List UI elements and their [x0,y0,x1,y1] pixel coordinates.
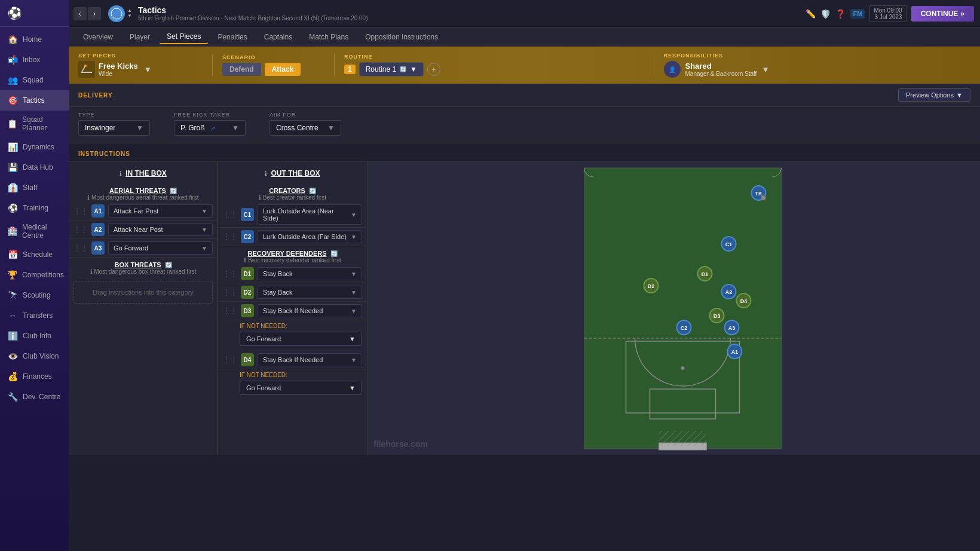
recovery-row-d2: ⋮⋮ D2 Stay Back ▼ [218,283,367,302]
drag-handle-a3[interactable]: ⋮⋮ [74,244,88,252]
sidebar-item-transfers[interactable]: ↔️ Transfers [0,305,69,326]
sidebar-item-training[interactable]: ⚽ Training [0,198,69,218]
type-field: TYPE Inswinger ▼ [78,112,150,136]
player-d4[interactable]: D4 [737,293,751,308]
sidebar-item-dev-centre[interactable]: 🔧 Dev. Centre [0,387,69,407]
schedule-icon: 📅 [7,249,18,260]
select-a3[interactable]: Go Forward ▼ [108,241,213,255]
aim-select[interactable]: Cross Centre ▼ [270,120,341,136]
if-not-needed-d4: IF NOT NEEDED: Go Forward ▼ [218,369,367,400]
player-a3[interactable]: A3 [725,320,739,335]
recovery-row-d1: ⋮⋮ D1 Stay Back ▼ [218,265,367,283]
subnav-match-plans[interactable]: Match Plans [302,30,356,44]
sidebar-item-competitions[interactable]: 🏆 Competitions [0,265,69,285]
select-c2[interactable]: Lurk Outside Area (Far Side) ▼ [258,230,362,243]
taker-value: P. Groß [180,124,204,132]
player-a2[interactable]: A2 [722,284,736,299]
sidebar-item-squad-planner[interactable]: 📋 Squad Planner [0,111,69,137]
subnav-captains[interactable]: Captains [257,30,299,44]
in-the-box-info-icon: ℹ [120,170,122,177]
player-tk[interactable]: TK [752,186,766,200]
preview-options-btn[interactable]: Preview Options ▼ [898,88,970,102]
drag-handle-c2[interactable]: ⋮⋮ [223,232,237,241]
select-a2[interactable]: Attack Near Post ▼ [108,223,213,236]
scenario-defend-btn[interactable]: Defend [222,63,261,76]
sidebar-item-finances[interactable]: 💰 Finances [0,366,69,387]
aim-value: Cross Centre [276,124,318,132]
player-a1[interactable]: A1 [728,344,742,359]
sidebar-item-dynamics[interactable]: 📊 Dynamics [0,137,69,157]
sidebar-item-tactics[interactable]: 🎯 Tactics [0,90,69,111]
if-not-select-d4[interactable]: Go Forward ▼ [240,381,362,395]
player-c2[interactable]: C2 [677,320,691,335]
edit-button[interactable]: ✏️ [806,9,816,19]
sidebar-item-squad[interactable]: 👥 Squad [0,70,69,90]
taker-select[interactable]: P. Groß ↗ ▼ [174,120,246,136]
subnav-set-pieces[interactable]: Set Pieces [160,30,208,44]
responsibilities-dropdown-btn[interactable]: ▼ [761,65,769,74]
aerial-threats-header: AERIAL THREATS 🔄 ℹ Most dangerous aerial… [69,183,218,202]
subnav-player[interactable]: Player [122,30,157,44]
club-up-arrow[interactable]: ▲ [127,8,132,13]
subnav-overview[interactable]: Overview [76,30,120,44]
sidebar-item-schedule[interactable]: 📅 Schedule [0,244,69,265]
sidebar-item-club-vision[interactable]: 👁️ Club Vision [0,346,69,366]
drag-handle-d1[interactable]: ⋮⋮ [223,270,237,278]
svg-text:D3: D3 [713,313,721,319]
drag-handle-a1[interactable]: ⋮⋮ [74,207,88,215]
responsibilities-label: RESPONSIBILITIES [664,53,971,59]
help-shield-button[interactable]: 🛡️ [820,9,831,19]
sidebar-item-inbox[interactable]: 📬 Inbox [0,50,69,70]
staff-icon: 👔 [7,182,18,193]
sidebar-item-data-hub[interactable]: 💾 Data Hub [0,157,69,177]
svg-point-3 [84,65,87,67]
sidebar-item-medical[interactable]: 🏥 Medical Centre [0,218,69,244]
drag-handle-d3[interactable]: ⋮⋮ [223,307,237,315]
drag-handle-a2[interactable]: ⋮⋮ [74,225,88,234]
player-c1[interactable]: C1 [722,237,736,251]
select-c1[interactable]: Lurk Outside Area (Near Side) ▼ [258,204,362,225]
sidebar-item-scouting[interactable]: 🔭 Scouting [0,285,69,305]
field-panel: TK C1 D1 D [368,162,980,455]
subnav: Overview Player Set Pieces Penalties Cap… [69,27,980,47]
out-the-box-title: OUT THE BOX [271,169,320,177]
routine-controls: 1 Routine 1 🔄 ▼ + [344,62,651,76]
drag-handle-d2[interactable]: ⋮⋮ [223,288,237,296]
sidebar-item-home[interactable]: 🏠 Home [0,29,69,50]
set-pieces-label: SET PIECES [78,53,210,59]
select-d4[interactable]: Stay Back If Needed ▼ [258,353,362,366]
select-d1[interactable]: Stay Back ▼ [258,267,362,280]
scenario-attack-btn[interactable]: Attack [265,63,301,76]
set-pieces-dropdown-btn[interactable]: ▼ [144,65,152,74]
select-d3[interactable]: Stay Back If Needed ▼ [258,304,362,317]
finances-icon: 💰 [7,371,18,382]
select-a1[interactable]: Attack Far Post ▼ [108,204,213,218]
subnav-opposition-instructions[interactable]: Opposition Instructions [358,30,445,44]
svg-rect-13 [659,431,707,446]
scouting-icon: 🔭 [7,290,18,301]
nav-back-button[interactable]: ‹ [74,7,87,20]
type-select[interactable]: Inswinger ▼ [78,120,150,136]
select-d2[interactable]: Stay Back ▼ [258,286,362,299]
club-down-arrow[interactable]: ▼ [127,14,132,19]
aim-label: AIM FOR [270,112,341,118]
sidebar-item-staff[interactable]: 👔 Staff [0,177,69,198]
nav-forward-button[interactable]: › [88,7,101,20]
topbar: ‹ › ▲ ▼ Tactics 5th in English Premier D… [69,0,980,27]
help-button[interactable]: ❓ [835,9,846,19]
sidebar-item-club-info[interactable]: ℹ️ Club Info [0,326,69,346]
player-d1[interactable]: D1 [698,267,712,281]
if-not-select-d3[interactable]: Go Forward ▼ [240,332,362,346]
responsibilities-shared: 👤 Shared Manager & Backroom Staff ▼ [664,61,971,78]
out-the-box-section: ℹ OUT THE BOX [218,162,367,183]
routine-select[interactable]: Routine 1 🔄 ▼ [359,62,424,76]
subnav-penalties[interactable]: Penalties [210,30,254,44]
player-d2[interactable]: D2 [644,278,659,293]
nav-arrows: ‹ › [69,7,106,20]
continue-button[interactable]: CONTINUE » [911,6,974,22]
responsibilities-info: Shared Manager & Backroom Staff [685,62,757,77]
player-d3[interactable]: D3 [710,308,724,323]
drag-handle-c1[interactable]: ⋮⋮ [223,210,237,219]
add-routine-btn[interactable]: + [427,63,440,76]
drag-handle-d4[interactable]: ⋮⋮ [223,356,237,364]
